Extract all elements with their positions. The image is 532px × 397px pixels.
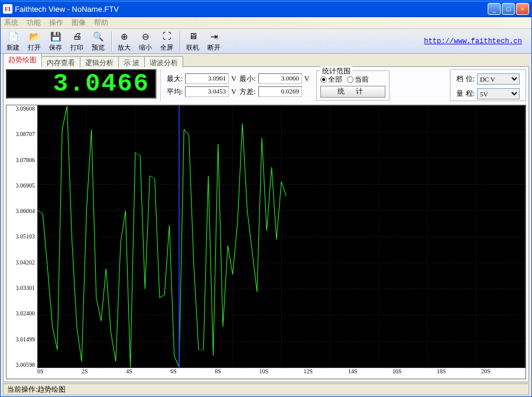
var-value: 0.0269 xyxy=(258,86,302,97)
preview-button[interactable]: 🔍预览 xyxy=(88,30,108,53)
zoomin-button[interactable]: ⊕放大 xyxy=(114,30,134,53)
range-select[interactable]: 5V xyxy=(477,88,520,99)
tab-trend[interactable]: 趋势绘图 xyxy=(3,53,42,67)
max-label: 最大: xyxy=(167,74,183,84)
min-value: 3.0060 xyxy=(258,73,302,84)
menu-operate[interactable]: 操作 xyxy=(49,18,63,28)
y-axis: 3.096083.087073.078063.069053.060043.051… xyxy=(7,105,37,379)
disconnect-button[interactable]: ⇥断开 xyxy=(204,30,224,53)
open-button[interactable]: 📂打开 xyxy=(24,30,44,53)
preview-icon: 🔍 xyxy=(92,31,104,43)
menu-image[interactable]: 图像 xyxy=(72,18,86,28)
tab-logic[interactable]: 逻辑分析 xyxy=(80,56,119,67)
menu-function[interactable]: 功能 xyxy=(27,18,41,28)
zoomout-button[interactable]: ⊖缩小 xyxy=(135,30,155,53)
zoomout-icon: ⊖ xyxy=(140,31,151,43)
avg-value: 3.0453 xyxy=(185,86,229,97)
toolbar: 📄新建 📂打开 💾保存 🖨打印 🔍预览 ⊕放大 ⊖缩小 ⛶全屏 🖥联机 ⇥断开 … xyxy=(1,29,531,54)
zoomin-icon: ⊕ xyxy=(118,31,130,43)
titlebar: FI Faithtech View - NoName.FTV _ □ × xyxy=(1,1,531,17)
status-label: 当前操作: xyxy=(7,385,37,395)
fullscreen-icon: ⛶ xyxy=(161,31,173,43)
tab-bar: 趋势绘图 内存查看 逻辑分析 示 波 谐波分析 xyxy=(1,54,531,66)
print-button[interactable]: 🖨打印 xyxy=(67,30,87,53)
status-bar: 当前操作: 趋势绘图 xyxy=(3,383,529,395)
window-title: Faithtech View - NoName.FTV xyxy=(15,5,488,14)
minimize-button[interactable]: _ xyxy=(488,3,501,15)
x-axis: 0S2S4S6S8S10S12S14S16S18S20S xyxy=(37,368,525,379)
menubar: 系统 功能 操作 图像 帮助 xyxy=(1,17,531,29)
tab-page: 3.0466 最大: 3.0961 V 最小: 3.0060 V 平均: 3.0… xyxy=(3,66,529,382)
new-button[interactable]: 📄新建 xyxy=(3,30,23,53)
tab-memory[interactable]: 内存查看 xyxy=(41,56,80,67)
print-icon: 🖨 xyxy=(71,31,83,43)
plot-area[interactable] xyxy=(37,105,525,368)
avg-label: 平均: xyxy=(167,87,183,97)
menu-help[interactable]: 帮助 xyxy=(94,18,108,28)
min-label: 最小: xyxy=(239,74,255,84)
tab-scope[interactable]: 示 波 xyxy=(118,56,145,67)
connect-button[interactable]: 🖥联机 xyxy=(183,30,203,53)
var-label: 方差: xyxy=(239,87,255,97)
disconnect-icon: ⇥ xyxy=(208,31,220,43)
maximize-button[interactable]: □ xyxy=(502,3,515,15)
website-link[interactable]: http://www.faithtech.cn xyxy=(424,37,522,46)
radio-icon xyxy=(320,76,327,83)
calc-stat-button[interactable]: 统 计 xyxy=(320,86,385,98)
new-icon: 📄 xyxy=(7,31,19,43)
tab-harmonic[interactable]: 谐波分析 xyxy=(144,56,183,67)
fullscreen-button[interactable]: ⛶全屏 xyxy=(157,30,177,53)
lcd-display: 3.0466 xyxy=(6,69,157,99)
stat-range-fieldset: 统计范围 全部 当前 统 计 xyxy=(316,70,390,101)
position-select[interactable]: DC V xyxy=(477,73,520,85)
chart: 3.096083.087073.078063.069053.060043.051… xyxy=(6,105,526,379)
save-icon: 💾 xyxy=(50,31,61,43)
app-icon: FI xyxy=(3,4,12,14)
menu-system[interactable]: 系统 xyxy=(4,18,18,28)
close-button[interactable]: × xyxy=(516,3,529,15)
connect-icon: 🖥 xyxy=(187,31,199,43)
status-value: 趋势绘图 xyxy=(37,385,66,395)
radio-icon xyxy=(347,76,353,83)
save-button[interactable]: 💾保存 xyxy=(46,30,66,53)
range-block: 档 位: DC V 量 程: 5V xyxy=(450,69,526,101)
max-value: 3.0961 xyxy=(185,73,229,84)
open-icon: 📂 xyxy=(28,31,40,43)
